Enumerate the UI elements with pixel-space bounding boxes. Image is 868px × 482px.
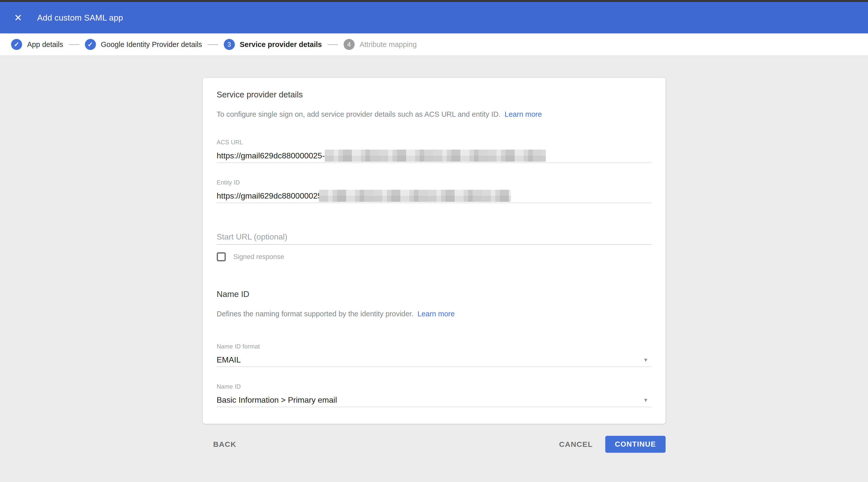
signed-response-label: Signed response <box>233 253 284 261</box>
step-separator <box>208 44 218 45</box>
step-service-provider-details[interactable]: 3 Service provider details <box>224 39 322 50</box>
service-provider-card: Service provider details To configure si… <box>203 78 665 424</box>
step-number-circle: 3 <box>224 39 235 50</box>
section-heading: Service provider details <box>217 90 651 99</box>
signed-response-checkbox[interactable] <box>217 252 226 261</box>
step-app-details[interactable]: ✓ App details <box>11 39 63 50</box>
check-icon: ✓ <box>14 41 19 48</box>
step-complete-circle: ✓ <box>85 39 96 50</box>
acs-url-label: ACS URL <box>217 139 651 146</box>
acs-url-input[interactable]: https://gmail629dc880000025-c <box>217 149 651 163</box>
section-description-text: To configure single sign on, add service… <box>217 110 501 118</box>
step-label: Google Identity Provider details <box>101 40 202 49</box>
entity-id-input[interactable]: https://gmail629dc880000025 <box>217 189 651 203</box>
step-number-circle: 4 <box>344 39 354 50</box>
name-id-description: Defines the naming format supported by t… <box>217 309 651 319</box>
name-id-heading: Name ID <box>217 289 651 299</box>
wizard-footer: BACK CANCEL CONTINUE <box>203 436 665 453</box>
check-icon: ✓ <box>88 41 93 48</box>
app-bar: ✕ Add custom SAML app <box>0 2 868 33</box>
acs-url-value: https://gmail629dc880000025-c <box>217 151 329 160</box>
step-attribute-mapping[interactable]: 4 Attribute mapping <box>344 39 417 50</box>
learn-more-link[interactable]: Learn more <box>504 110 542 118</box>
redaction-blur <box>325 150 546 162</box>
entity-id-value: https://gmail629dc880000025 <box>217 191 322 201</box>
start-url-field-group <box>217 229 651 245</box>
wizard-stepper: ✓ App details ✓ Google Identity Provider… <box>0 33 868 56</box>
entity-id-field-group: Entity ID https://gmail629dc880000025 <box>217 179 651 203</box>
entity-id-label: Entity ID <box>217 179 651 186</box>
name-id-label: Name ID <box>217 383 651 390</box>
close-button[interactable]: ✕ <box>11 11 25 25</box>
close-icon: ✕ <box>14 11 22 25</box>
step-label: Attribute mapping <box>360 40 417 49</box>
name-id-group: Name ID Basic Information > Primary emai… <box>217 383 651 407</box>
step-label: App details <box>27 40 63 49</box>
chevron-down-icon: ▼ <box>643 357 649 362</box>
name-id-format-select[interactable]: EMAIL ▼ <box>217 353 651 367</box>
redaction-blur <box>319 190 511 202</box>
signed-response-row: Signed response <box>217 252 651 261</box>
name-id-format-group: Name ID format EMAIL ▼ <box>217 343 651 367</box>
name-id-format-value: EMAIL <box>217 355 241 364</box>
chevron-down-icon: ▼ <box>643 397 649 403</box>
learn-more-link[interactable]: Learn more <box>417 310 455 318</box>
name-id-description-text: Defines the naming format supported by t… <box>217 310 413 318</box>
dialog-title: Add custom SAML app <box>37 13 123 23</box>
step-complete-circle: ✓ <box>11 39 22 50</box>
acs-url-field-group: ACS URL https://gmail629dc880000025-c <box>217 139 651 163</box>
cancel-button[interactable]: CANCEL <box>559 440 593 449</box>
page-content: Service provider details To configure si… <box>0 56 868 453</box>
name-id-value: Basic Information > Primary email <box>217 395 337 405</box>
start-url-input[interactable] <box>217 232 651 242</box>
name-id-format-label: Name ID format <box>217 343 651 350</box>
step-separator <box>328 44 338 45</box>
window-chrome-strip <box>0 0 868 2</box>
back-button[interactable]: BACK <box>213 440 237 449</box>
continue-button[interactable]: CONTINUE <box>605 436 665 453</box>
section-description: To configure single sign on, add service… <box>217 109 651 119</box>
name-id-select[interactable]: Basic Information > Primary email ▼ <box>217 393 651 407</box>
step-google-idp-details[interactable]: ✓ Google Identity Provider details <box>85 39 202 50</box>
step-label: Service provider details <box>240 40 322 49</box>
step-separator <box>69 44 80 45</box>
